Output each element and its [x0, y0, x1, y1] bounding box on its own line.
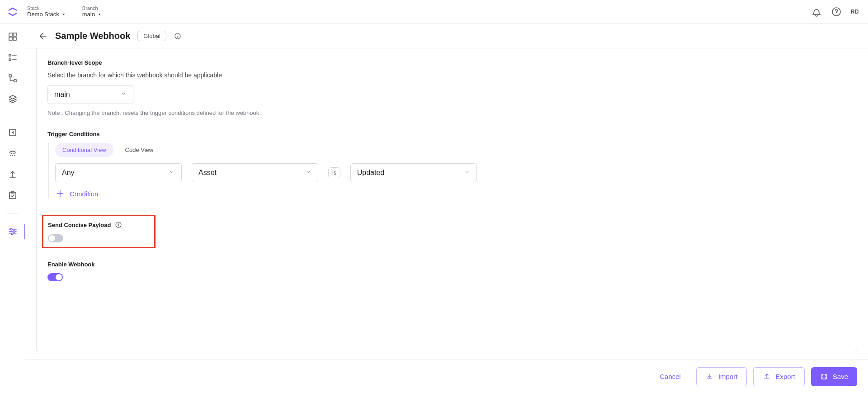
export-icon [763, 373, 771, 381]
trigger-event-select[interactable]: Updated [350, 163, 477, 182]
branch-scope-value: main [54, 90, 70, 99]
save-icon [820, 373, 828, 381]
branch-scope-desc: Select the branch for which this webhook… [47, 71, 846, 79]
trigger-conditions-label: Trigger Conditions [47, 131, 846, 137]
page-header: Sample Webhook Global [25, 24, 868, 48]
svg-point-21 [118, 223, 119, 224]
trigger-resource-select[interactable]: Asset [192, 163, 318, 182]
chevron-down-icon [305, 169, 311, 177]
svg-point-11 [10, 155, 11, 156]
import-label: Import [718, 373, 738, 380]
concise-payload-toggle[interactable] [48, 234, 63, 242]
side-rail [0, 24, 25, 393]
save-label: Save [833, 373, 848, 380]
trigger-row: Any Asset is Updated [55, 163, 846, 182]
cancel-label: Cancel [660, 373, 681, 380]
svg-rect-9 [14, 80, 16, 82]
trigger-event-value: Updated [357, 169, 385, 177]
concise-payload-highlight: Send Concise Payload [42, 215, 156, 248]
stack-selector[interactable]: Stack Demo Stack [27, 4, 66, 19]
notifications-icon[interactable] [811, 6, 822, 17]
rail-divider [6, 213, 19, 213]
back-button[interactable] [36, 30, 48, 42]
tab-code-view[interactable]: Code View [118, 143, 161, 157]
svg-rect-7 [9, 59, 11, 61]
svg-point-17 [11, 233, 13, 235]
branch-label: Branch [82, 5, 101, 11]
stack-value: Demo Stack [27, 11, 59, 18]
rail-upload-icon[interactable] [7, 169, 18, 180]
import-button[interactable]: Import [696, 367, 747, 386]
chevron-down-icon [464, 169, 470, 177]
rail-releases-icon[interactable] [7, 127, 18, 138]
rail-settings-icon[interactable] [7, 226, 18, 237]
rail-tree-icon[interactable] [7, 73, 18, 84]
concise-payload-label: Send Concise Payload [48, 222, 111, 228]
info-icon[interactable] [174, 32, 182, 40]
svg-point-13 [14, 155, 15, 156]
enable-webhook-label: Enable Webhook [47, 261, 846, 268]
form-panel: Branch-level Scope Select the branch for… [36, 48, 857, 352]
branch-scope-select[interactable]: main [47, 85, 133, 104]
help-icon[interactable] [831, 6, 842, 17]
svg-point-1 [836, 14, 836, 14]
svg-rect-3 [13, 33, 16, 36]
cancel-button[interactable]: Cancel [651, 367, 690, 386]
branch-selector[interactable]: Branch main [74, 4, 101, 19]
import-icon [706, 373, 714, 381]
top-bar: Stack Demo Stack Branch main RD [0, 0, 868, 24]
add-condition-button[interactable]: Condition [55, 189, 846, 199]
scope-badge: Global [137, 31, 166, 41]
export-button[interactable]: Export [753, 367, 804, 386]
rail-list-icon[interactable] [7, 52, 18, 63]
branch-scope-label: Branch-level Scope [47, 59, 846, 66]
save-button[interactable]: Save [811, 367, 857, 386]
svg-rect-5 [13, 37, 16, 40]
rail-layers-icon[interactable] [7, 94, 18, 104]
svg-rect-23 [823, 377, 826, 379]
page-title: Sample Webhook [55, 31, 130, 41]
plus-icon [55, 189, 65, 199]
stack-label: Stack [27, 5, 66, 11]
svg-rect-4 [9, 37, 12, 40]
rail-wifi-icon[interactable] [7, 148, 18, 159]
svg-point-16 [13, 231, 15, 232]
tab-conditional-view[interactable]: Conditional View [55, 143, 113, 157]
chevron-down-icon [120, 90, 127, 99]
svg-rect-22 [822, 374, 827, 379]
trigger-operator: is [328, 167, 340, 178]
form-scroll[interactable]: Branch-level Scope Select the branch for… [25, 48, 868, 360]
rail-dashboard-icon[interactable] [7, 31, 18, 42]
branch-scope-note: Note : Changing the branch, resets the t… [47, 109, 846, 116]
chevron-down-icon [62, 13, 66, 16]
rail-tasks-icon[interactable] [7, 189, 18, 200]
app-logo-icon [6, 5, 19, 18]
svg-point-15 [10, 228, 12, 230]
chevron-down-icon [98, 13, 101, 16]
svg-rect-6 [9, 54, 11, 56]
svg-rect-2 [9, 33, 12, 36]
chevron-down-icon [169, 169, 175, 177]
trigger-quantifier-value: Any [62, 169, 75, 177]
footer-actions: Cancel Import Export Save [25, 360, 868, 393]
add-condition-label: Condition [70, 190, 98, 198]
user-avatar[interactable]: RD [851, 9, 859, 15]
info-icon[interactable] [114, 221, 123, 229]
export-label: Export [775, 373, 795, 380]
trigger-resource-value: Asset [198, 169, 217, 177]
svg-point-19 [177, 34, 178, 35]
branch-value: main [82, 11, 95, 18]
trigger-quantifier-select[interactable]: Any [55, 163, 182, 182]
enable-webhook-toggle[interactable] [47, 273, 63, 281]
svg-point-12 [12, 155, 13, 156]
